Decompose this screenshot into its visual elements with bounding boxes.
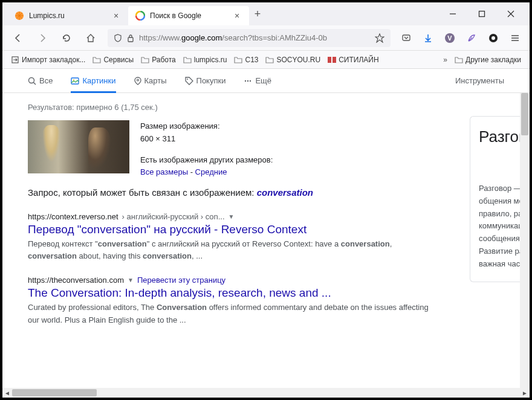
- bookmark-folder-socyou[interactable]: SOCYOU.RU: [265, 56, 320, 64]
- url-text: https://www.google.com/search?tbs=sbi:AM…: [139, 33, 327, 42]
- new-tab-button[interactable]: +: [249, 5, 266, 22]
- tag-icon: [185, 77, 193, 85]
- extension-feather-icon[interactable]: [465, 32, 478, 44]
- svg-rect-10: [403, 35, 410, 40]
- all-sizes-link[interactable]: Все размеры: [140, 167, 188, 176]
- svg-point-24: [73, 79, 74, 80]
- import-bookmarks-button[interactable]: Импорт закладок...: [11, 56, 85, 64]
- scrollbar-thumb[interactable]: [12, 389, 97, 396]
- close-icon[interactable]: ×: [232, 11, 242, 21]
- bookmarks-bar: Импорт закладок... Сервисы Работа lumpic…: [2, 51, 530, 69]
- folder-icon: [141, 56, 149, 63]
- scroll-left-button[interactable]: ◄: [2, 388, 12, 398]
- tab-google-search[interactable]: Поиск в Google ×: [128, 6, 249, 25]
- tab-title: Lumpics.ru: [29, 11, 106, 20]
- related-query: Запрос, который может быть связан с изоб…: [28, 187, 435, 198]
- svg-rect-20: [332, 57, 336, 63]
- lock-icon: [127, 34, 134, 42]
- scroll-right-button[interactable]: ►: [520, 388, 530, 398]
- bookmark-folder-work[interactable]: Работа: [141, 56, 176, 64]
- minimize-button[interactable]: [444, 5, 462, 23]
- caret-icon[interactable]: ▼: [229, 213, 235, 220]
- address-bar: https://www.google.com/search?tbs=sbi:AM…: [2, 25, 530, 51]
- extension-v-icon[interactable]: V: [444, 32, 456, 44]
- url-input[interactable]: https://www.google.com/search?tbs=sbi:AM…: [108, 29, 391, 47]
- google-favicon: [135, 11, 145, 21]
- image-info: Размер изображения: 600 × 311 Есть изобр…: [140, 120, 273, 179]
- bookmark-folder-c13[interactable]: C13: [234, 56, 258, 64]
- result-snippet: Curated by professional editors, The Con…: [28, 302, 435, 326]
- close-icon[interactable]: ×: [111, 11, 121, 21]
- browser-window: Lumpics.ru × Поиск в Google × + https://…: [2, 2, 530, 398]
- medium-sizes-link[interactable]: Средние: [195, 167, 227, 176]
- svg-point-26: [187, 79, 188, 80]
- tools-button[interactable]: Инструменты: [455, 76, 504, 85]
- svg-point-28: [247, 80, 248, 81]
- search-tabs: Все Картинки Карты Покупки Ещё Инструмен…: [2, 69, 530, 93]
- bookmark-folder-services[interactable]: Сервисы: [92, 56, 134, 64]
- vertical-scrollbar[interactable]: [520, 93, 530, 388]
- reload-button[interactable]: [59, 31, 74, 45]
- tab-images[interactable]: Картинки: [71, 69, 115, 93]
- dots-icon: [244, 77, 252, 85]
- lumpics-favicon: [15, 11, 24, 21]
- maximize-button[interactable]: [473, 5, 491, 23]
- import-icon: [11, 56, 19, 64]
- tab-maps[interactable]: Карты: [134, 76, 167, 85]
- bookmark-folder-lumpics[interactable]: lumpics.ru: [183, 56, 227, 64]
- content-area: Результатов: примерно 6 (1,75 сек.) Разм…: [2, 93, 530, 388]
- other-bookmarks-button[interactable]: Другие закладки: [455, 56, 521, 64]
- svg-point-25: [137, 79, 138, 81]
- query-link[interactable]: conversation: [257, 187, 313, 198]
- svg-point-21: [29, 77, 34, 83]
- svg-point-27: [245, 80, 246, 81]
- search-result: https://context.reverso.net › английский…: [28, 212, 435, 262]
- tab-more[interactable]: Ещё: [244, 76, 271, 85]
- bookmark-sitilain[interactable]: СИТИЛАЙН: [328, 56, 378, 64]
- images-icon: [71, 77, 79, 85]
- result-title-link[interactable]: Перевод "conversation" на русский - Reve…: [28, 223, 435, 236]
- svg-rect-19: [328, 57, 331, 63]
- tab-bar: Lumpics.ru × Поиск в Google × +: [2, 2, 530, 25]
- tab-shopping[interactable]: Покупки: [185, 76, 226, 85]
- translate-page-link[interactable]: Перевести эту страницу: [137, 276, 225, 285]
- folder-icon: [92, 56, 101, 63]
- pocket-button[interactable]: [400, 32, 412, 44]
- bookmark-star-icon[interactable]: [375, 33, 384, 43]
- search-result: https://theconversation.com ▼ Перевести …: [28, 276, 435, 326]
- source-image-thumbnail[interactable]: [28, 120, 129, 173]
- menu-button[interactable]: [509, 32, 521, 44]
- extension-circle-icon[interactable]: [487, 32, 499, 44]
- folder-icon: [183, 56, 192, 63]
- folder-icon: [265, 56, 274, 63]
- result-title-link[interactable]: The Conversation: In-depth analysis, res…: [28, 286, 435, 300]
- shield-icon: [114, 34, 122, 42]
- caret-icon[interactable]: ▼: [128, 277, 134, 283]
- result-snippet: Перевод контекст "conversation" c англий…: [28, 238, 435, 262]
- svg-rect-9: [128, 37, 133, 42]
- bookmarks-overflow-button[interactable]: »: [441, 56, 450, 64]
- result-stats: Результатов: примерно 6 (1,75 сек.): [28, 103, 435, 112]
- folder-icon: [234, 56, 242, 63]
- result-url: https://theconversation.com ▼ Перевести …: [28, 276, 435, 285]
- close-window-button[interactable]: [502, 5, 520, 23]
- svg-point-29: [250, 80, 251, 81]
- folder-icon: [455, 56, 463, 63]
- forward-button[interactable]: [35, 31, 50, 45]
- tab-title: Поиск в Google: [150, 11, 227, 20]
- window-controls: [444, 5, 525, 23]
- search-icon: [28, 77, 36, 85]
- svg-text:V: V: [447, 34, 452, 42]
- horizontal-scrollbar[interactable]: ◄ ►: [2, 388, 530, 398]
- download-button[interactable]: [422, 32, 434, 44]
- back-button[interactable]: [11, 31, 25, 45]
- scrollbar-thumb[interactable]: [521, 93, 528, 135]
- tab-all[interactable]: Все: [28, 76, 53, 85]
- search-results: Результатов: примерно 6 (1,75 сек.) Разм…: [2, 93, 460, 388]
- knowledge-panel: Разгов Разговор — ф общения меж правило,…: [460, 116, 530, 388]
- svg-point-14: [491, 36, 495, 40]
- pin-icon: [134, 77, 141, 85]
- tab-lumpics[interactable]: Lumpics.ru ×: [7, 6, 128, 25]
- svg-line-22: [34, 82, 36, 85]
- home-button[interactable]: [83, 31, 98, 45]
